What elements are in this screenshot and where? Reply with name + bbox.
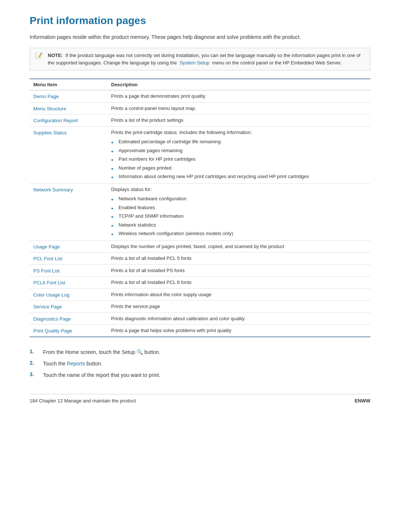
bullet-icon: ● — [111, 157, 116, 163]
menu-item-link[interactable]: Print Quality Page — [33, 328, 72, 334]
bullet-icon: ● — [111, 205, 116, 211]
table-header: Menu Item Description — [30, 79, 370, 90]
list-item: ●TCP/IP and SNMP information — [111, 212, 370, 221]
desc-cell: Prints the service page — [111, 303, 370, 310]
list-item: ●Enabled features — [111, 203, 370, 212]
desc-cell: Prints a list of all installed PCL 5 fon… — [111, 255, 370, 262]
menu-item-link[interactable]: Network Summary — [33, 187, 73, 193]
table-row: PCL6 Font ListPrints a list of all insta… — [30, 277, 370, 289]
table-row: Menu StructurePrints a control-panel men… — [30, 103, 370, 115]
step-3: 3. Touch the name of the report that you… — [30, 371, 370, 379]
table-row: PCL Font ListPrints a list of all instal… — [30, 252, 370, 265]
menu-item-link[interactable]: Usage Page — [33, 244, 60, 250]
list-item: ●Approximate pages remaining — [111, 146, 370, 155]
menu-item-link[interactable]: Color Usage Log — [33, 292, 70, 298]
list-item: ●Network statistics — [111, 221, 370, 230]
table-row: PS Font ListPrints a list of all install… — [30, 265, 370, 277]
table-row: Supplies StatusPrints the print-cartridg… — [30, 127, 370, 184]
table-row: Usage PageDisplays the number of pages p… — [30, 241, 370, 253]
list-item: ●Part numbers for HP print cartridges — [111, 155, 370, 164]
info-table: Menu Item Description Demo PagePrints a … — [30, 78, 370, 337]
step-3-number: 3. — [30, 371, 39, 377]
list-item: ●Wireless network configuration (wireles… — [111, 229, 370, 238]
table-row: Print Quality PagePrints a page that hel… — [30, 325, 370, 337]
table-row: Demo PagePrints a page that demonstrates… — [30, 90, 370, 103]
menu-item-link[interactable]: Menu Structure — [33, 106, 66, 111]
list-item: ●Number of pages printed — [111, 164, 370, 173]
desc-cell: Displays the number of pages printed, fa… — [111, 243, 370, 250]
bullet-icon: ● — [111, 166, 116, 171]
list-item: ●Estimated percentage of cartridge life … — [111, 137, 370, 146]
bullet-icon: ● — [111, 197, 116, 202]
desc-cell: Prints a list of all installed PS fonts — [111, 267, 370, 274]
col-menu-header: Menu Item — [30, 82, 111, 87]
page-footer: 184 Chapter 12 Manage and maintain the p… — [30, 394, 370, 404]
step-2-text: Touch the Reports button. — [43, 360, 102, 368]
bullet-icon: ● — [111, 214, 116, 220]
step-2: 2. Touch the Reports button. — [30, 360, 370, 368]
bullet-icon: ● — [111, 148, 116, 154]
desc-cell: Prints a list of the product settings — [111, 117, 370, 124]
intro-text: Information pages reside within the prod… — [30, 33, 370, 41]
bullet-icon: ● — [111, 223, 116, 228]
desc-cell: Prints a list of all installed PCL 6 fon… — [111, 279, 370, 286]
steps-section: 1. From the Home screen, touch the Setup… — [30, 348, 370, 379]
system-setup-link[interactable]: System Setup — [180, 60, 210, 66]
menu-item-link[interactable]: Configuration Report — [33, 118, 78, 123]
table-row: Color Usage LogPrints information about … — [30, 289, 370, 301]
desc-cell: Prints a control-panel menu layout map. — [111, 105, 370, 112]
bullet-icon: ● — [111, 231, 116, 237]
reports-link[interactable]: Reports — [67, 361, 85, 367]
table-row: Network SummaryDisplays status for:●Netw… — [30, 184, 370, 241]
desc-cell: Prints a page that demonstrates print qu… — [111, 93, 370, 100]
footer-left: 184 Chapter 12 Manage and maintain the p… — [30, 398, 136, 404]
note-icon: 📝 — [35, 52, 44, 59]
menu-item-link[interactable]: PCL6 Font List — [33, 280, 65, 285]
step-2-number: 2. — [30, 360, 39, 366]
desc-cell: Prints a page that helps solve problems … — [111, 327, 370, 334]
col-desc-header: Description — [111, 82, 370, 87]
list-item: ●Network hardware configuration — [111, 194, 370, 203]
bullet-icon: ● — [111, 140, 116, 145]
desc-cell: Prints information about the color suppl… — [111, 291, 370, 298]
note-box: 📝 NOTE: If the product language was not … — [30, 48, 370, 70]
table-row: Service PagePrints the service page — [30, 301, 370, 313]
step-3-text: Touch the name of the report that you wa… — [43, 371, 160, 379]
desc-cell: Displays status for:●Network hardware co… — [111, 186, 370, 238]
table-row: Configuration ReportPrints a list of the… — [30, 114, 370, 127]
table-row: Diagnostics PagePrints diagnostic inform… — [30, 313, 370, 325]
step-1-text: From the Home screen, touch the Setup 🔍 … — [43, 348, 160, 356]
desc-cell: Prints the print-cartridge status. Inclu… — [111, 129, 370, 181]
note-label: NOTE: — [48, 53, 63, 58]
desc-cell: Prints diagnostic information about cali… — [111, 315, 370, 322]
menu-item-link[interactable]: Diagnostics Page — [33, 316, 71, 322]
list-item: ●Information about ordering new HP print… — [111, 172, 370, 181]
step-1-number: 1. — [30, 348, 39, 354]
menu-item-link[interactable]: Supplies Status — [33, 130, 67, 135]
table-body: Demo PagePrints a page that demonstrates… — [30, 90, 370, 337]
menu-item-link[interactable]: Service Page — [33, 304, 62, 310]
step-1: 1. From the Home screen, touch the Setup… — [30, 348, 370, 356]
bullet-icon: ● — [111, 174, 116, 180]
footer-right: ENWW — [354, 398, 370, 404]
note-content: NOTE: If the product language was not co… — [48, 52, 365, 66]
menu-item-link[interactable]: PS Font List — [33, 268, 60, 274]
menu-item-link[interactable]: PCL Font List — [33, 256, 62, 261]
menu-item-link[interactable]: Demo Page — [33, 94, 59, 99]
page-title: Print information pages — [30, 15, 370, 27]
